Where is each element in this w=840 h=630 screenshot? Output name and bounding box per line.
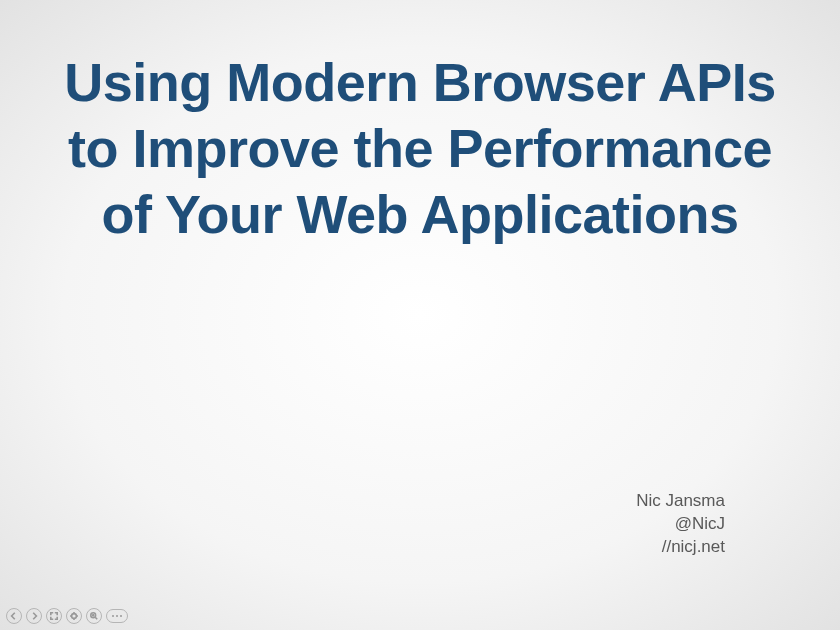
dot-icon <box>120 615 122 617</box>
chevron-right-icon <box>30 612 38 620</box>
target-icon <box>70 612 78 620</box>
author-url: //nicj.net <box>636 536 725 559</box>
expand-icon <box>50 612 58 620</box>
prev-button[interactable] <box>6 608 22 624</box>
zoom-target-button[interactable] <box>66 608 82 624</box>
next-button[interactable] <box>26 608 42 624</box>
dot-icon <box>112 615 114 617</box>
author-name: Nic Jansma <box>636 490 725 513</box>
zoom-in-button[interactable] <box>86 608 102 624</box>
dot-icon <box>116 615 118 617</box>
svg-point-0 <box>72 614 77 619</box>
presentation-slide: Using Modern Browser APIs to Improve the… <box>0 0 840 630</box>
search-plus-icon <box>90 612 98 620</box>
author-handle: @NicJ <box>636 513 725 536</box>
fullscreen-button[interactable] <box>46 608 62 624</box>
more-button[interactable] <box>106 609 128 623</box>
chevron-left-icon <box>10 612 18 620</box>
slide-title: Using Modern Browser APIs to Improve the… <box>60 50 780 248</box>
author-block: Nic Jansma @NicJ //nicj.net <box>636 490 725 559</box>
viewer-toolbar <box>6 608 128 624</box>
